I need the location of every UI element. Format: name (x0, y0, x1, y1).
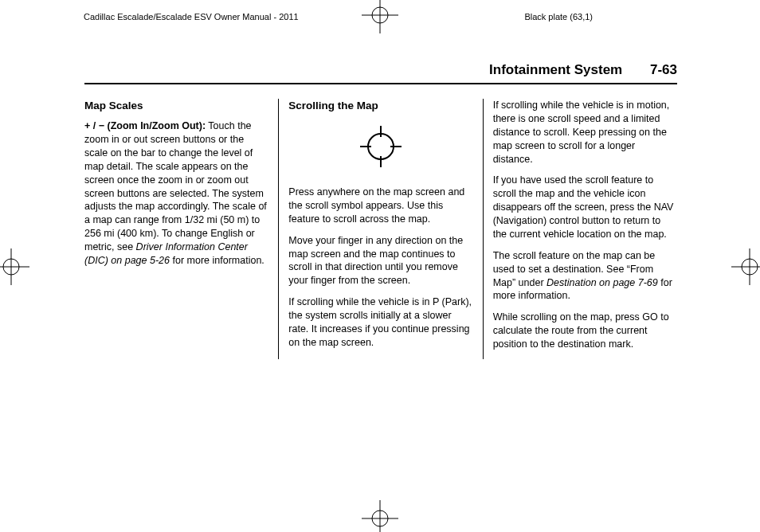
scrolling-map-heading: Scrolling the Map (288, 99, 472, 113)
svg-point-12 (368, 134, 394, 159)
nav-return-p: If you have used the scroll feature to s… (493, 174, 677, 241)
print-meta-left: Cadillac Escalade/Escalade ESV Owner Man… (84, 12, 299, 22)
content-columns: Map Scales + / − (Zoom In/Zoom Out): Tou… (84, 99, 677, 359)
go-route-p: While scrolling on the map, press GO to … (493, 311, 677, 351)
map-scales-text: Touch the zoom in or out screen buttons … (84, 120, 267, 252)
zoom-label: + / − (Zoom In/Zoom Out): (84, 120, 206, 131)
scroll-p3: If scrolling while the vehicle is in P (… (288, 295, 472, 350)
page-body: Infotainment System 7-63 Map Scales + / … (84, 62, 677, 359)
scroll-symbol-icon (288, 123, 472, 174)
column-2: Scrolling the Map Press anywhere on the … (279, 99, 483, 359)
registration-mark-icon (362, 0, 398, 33)
page-number: 7-63 (650, 62, 677, 78)
svg-point-0 (372, 7, 388, 23)
column-3: If scrolling while the vehicle is in mot… (484, 99, 677, 359)
scroll-p2: Move your finger in any direction on the… (288, 234, 472, 288)
running-head: Infotainment System 7-63 (84, 62, 677, 84)
scroll-motion-p: If scrolling while the vehicle is in mot… (493, 99, 677, 166)
svg-point-3 (372, 510, 388, 526)
map-scales-paragraph: + / − (Zoom In/Zoom Out): Touch the zoom… (84, 119, 268, 268)
svg-point-9 (742, 259, 758, 275)
destination-p: The scroll feature on the map can be use… (493, 249, 677, 303)
svg-point-6 (3, 259, 19, 275)
scroll-p1: Press anywhere on the map screen and the… (288, 186, 472, 226)
map-scales-heading: Map Scales (84, 99, 268, 113)
section-title: Infotainment System (489, 62, 622, 78)
destination-crossref: Destination on page 7-69 (546, 277, 658, 288)
registration-mark-icon (0, 248, 29, 285)
print-meta-right: Black plate (63,1) (524, 12, 593, 22)
column-1: Map Scales + / − (Zoom In/Zoom Out): Tou… (84, 99, 279, 359)
registration-mark-icon (362, 500, 398, 532)
map-scales-tail: for more information. (170, 255, 264, 266)
registration-mark-icon (731, 248, 760, 285)
